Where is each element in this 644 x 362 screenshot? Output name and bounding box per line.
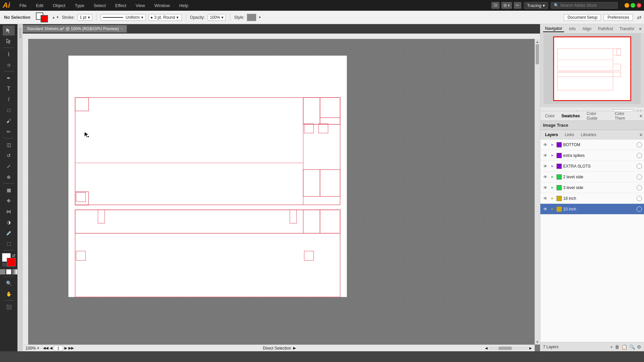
tab-info[interactable]: Info [567,26,578,32]
tab-close-icon[interactable]: × [121,27,123,31]
rect-tool[interactable]: □ [3,105,15,115]
hscroll-thumb[interactable] [498,347,512,350]
layer-vis-6[interactable]: 👁 [542,206,548,212]
menu-select[interactable]: Select [91,3,108,8]
make-clipping-button[interactable]: 📋 [622,344,627,350]
stroke-swatch[interactable] [41,15,48,22]
layer-expand-3[interactable] [550,174,555,180]
layer-row-6[interactable]: 👁10 inch [540,204,644,215]
menu-type[interactable]: Type [72,3,87,8]
layer-target-3[interactable] [637,174,642,180]
scroll-down-button[interactable]: ▼ [535,340,539,344]
layer-vis-0[interactable]: 👁 [542,142,548,148]
selection-tool[interactable] [3,25,15,36]
layer-target-2[interactable] [637,164,642,169]
screen-mode-tool[interactable]: ⬛ [3,302,15,312]
layer-row-0[interactable]: 👁BOTTOM [540,139,644,150]
prev-frame-button[interactable]: ◀ [50,346,52,350]
layer-expand-5[interactable] [550,196,555,201]
prev-page-button[interactable]: ◀◀ [43,346,48,350]
cap-style-dropdown[interactable]: ● 3 pt. Round ▾ [148,14,182,21]
stroke-color-box[interactable] [7,258,15,266]
menu-window[interactable]: Window [152,3,172,8]
tab-navigator[interactable]: Navigator [543,25,564,32]
preferences-button[interactable]: Preferences [604,14,633,21]
hscroll-area[interactable]: ◀ ▶ [485,346,532,350]
minimize-button[interactable]: — [625,3,629,8]
brush-tool[interactable]: 🖌 [3,116,15,126]
layer-target-5[interactable] [637,196,642,201]
layer-vis-4[interactable]: 👁 [542,185,548,191]
layer-row-5[interactable]: 👁18 inch [540,193,644,204]
menu-object[interactable]: Object [50,3,68,8]
zoom-chevron[interactable]: ▾ [37,346,39,350]
column-graph-tool[interactable]: ▦ [3,185,15,195]
color-selector[interactable]: ⇄ ⬛ [2,253,15,266]
swap-colors-icon[interactable]: ⇄ [12,253,15,258]
layer-target-1[interactable] [637,153,642,158]
pencil-tool[interactable]: ✏ [3,127,15,137]
arrange-icon[interactable]: ⇄ [637,14,641,20]
style-chevron-icon[interactable]: ▾ [259,15,261,19]
tab-pathfind[interactable]: Pathfind [596,26,615,32]
layer-expand-6[interactable] [550,206,555,212]
zoom-control[interactable]: 100% ▾ [25,346,39,351]
layer-expand-4[interactable] [550,185,555,190]
rotate-tool[interactable]: ↺ [3,150,15,161]
gradient-swatch[interactable] [12,269,17,275]
layers-settings-icon[interactable]: ⚙ [637,344,641,350]
locate-object-button[interactable]: 🔍 [629,344,635,350]
layer-target-4[interactable] [637,185,642,190]
next-page-button[interactable]: ▶▶ [68,346,74,350]
eyedropper-tool[interactable]: 💉 [3,228,15,238]
gradient-tool[interactable]: ◑ [3,217,15,227]
tab-transfor[interactable]: Transfor [618,26,636,32]
scale-tool[interactable]: ⤢ [3,161,15,171]
tracing-dropdown[interactable]: Tracing ▾ [524,2,548,9]
vertical-scrollbar[interactable]: ▲ ▼ [535,39,540,345]
tab-align[interactable]: Align [580,26,593,32]
layer-expand-0[interactable] [550,142,555,147]
layers-panel-menu[interactable]: ≡ [640,132,642,137]
hscroll-right-button[interactable]: ▶ [529,346,532,350]
mesh-tool[interactable]: ⋈ [3,206,15,217]
menu-effect[interactable]: Effect [112,3,129,8]
layer-target-6[interactable] [637,206,642,212]
paint-icon[interactable]: ✏ [514,2,521,9]
layer-expand-2[interactable] [550,164,555,169]
hand-tool[interactable]: ✋ [3,289,15,299]
blend-tool[interactable]: ⊗ [3,172,15,182]
menu-help[interactable]: Help [176,3,191,8]
eraser-tool[interactable]: ◫ [3,140,15,150]
layer-row-2[interactable]: 👁EXTRA SLOTS [540,161,644,172]
layer-vis-3[interactable]: 👁 [542,174,548,180]
layer-row-1[interactable]: 👁extra spikes [540,150,644,161]
page-number-input[interactable] [54,346,63,351]
layer-vis-5[interactable]: 👁 [542,195,548,201]
stroke-style-dropdown[interactable]: Uniform ▾ [101,14,146,21]
hscroll-track[interactable] [488,347,529,350]
layer-vis-2[interactable]: 👁 [542,163,548,169]
menu-edit[interactable]: Edit [33,3,46,8]
warp-tool[interactable]: ⌇ [3,49,15,59]
line-tool[interactable]: / [3,95,15,105]
pen-tool[interactable]: ✒ [3,73,15,83]
opacity-dropdown[interactable]: 100% ▾ [208,14,226,21]
layer-vis-1[interactable]: 👁 [542,153,548,159]
image-trace-bar[interactable]: Image Trace [540,121,644,130]
layer-row-3[interactable]: 👁2 level side [540,172,644,182]
workspace-icon[interactable]: ⊞ ▾ [501,2,512,9]
type-tool[interactable]: T [3,84,15,94]
st-icon[interactable]: St [491,2,499,9]
delete-layer-button[interactable]: 🗑 [615,344,620,350]
stroke-down-arrow[interactable]: ▼ [56,15,59,19]
panel-menu-icon[interactable]: ≡ [639,26,641,31]
lasso-tool[interactable]: ⊃ [3,60,15,70]
next-frame-button[interactable]: ▶ [64,346,67,350]
tab-links[interactable]: Links [562,132,577,138]
stroke-up-arrow[interactable]: ▲ [52,15,55,19]
none-swatch[interactable] [6,269,11,275]
doc-setup-button[interactable]: Document Setup [564,14,601,21]
canvas-content[interactable] [28,39,535,345]
symbol-tool[interactable]: ❉ [3,196,15,206]
